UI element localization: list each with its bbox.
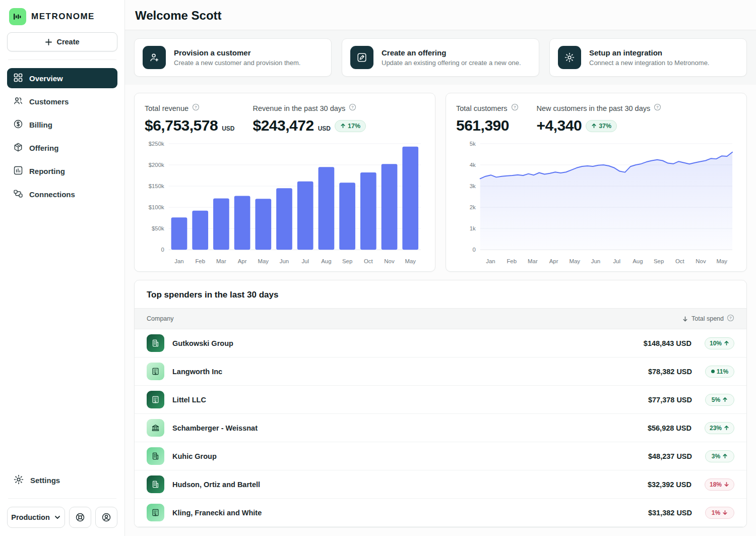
help-icon[interactable]: ? xyxy=(511,103,519,113)
bar-Oct[interactable] xyxy=(360,172,376,250)
help-icon[interactable]: ? xyxy=(349,103,356,113)
building-icon xyxy=(147,334,164,352)
help-icon[interactable]: ? xyxy=(727,314,734,323)
account-button[interactable] xyxy=(95,507,117,528)
metronome-logo-icon[interactable] xyxy=(9,8,26,25)
svg-text:Jul: Jul xyxy=(613,258,620,264)
svg-text:?: ? xyxy=(351,105,354,109)
period-revenue-metric: Revenue in the past 30 days ? $243,472 U… xyxy=(253,103,366,134)
svg-text:Aug: Aug xyxy=(633,258,643,264)
sidebar-item-settings[interactable]: Settings xyxy=(7,470,117,490)
total-customers-label: Total customers xyxy=(456,104,508,112)
help-button[interactable] xyxy=(69,507,91,528)
action-card-setup-an-integration[interactable]: Setup an integrationConnect a new integr… xyxy=(549,38,747,77)
bar-Aug[interactable] xyxy=(319,167,335,250)
arrow-down-icon xyxy=(724,482,729,487)
gear-icon xyxy=(13,474,24,487)
table-row[interactable]: Littel LLC$77,378 USD5% xyxy=(135,386,746,414)
total-spend-value: $31,382 USD xyxy=(648,509,692,517)
bar-Sep[interactable] xyxy=(339,183,355,250)
bar-Mar[interactable] xyxy=(213,198,229,250)
company-name: Kling, Franecki and White xyxy=(172,509,262,517)
app-window: METRONOME Create OverviewCustomersBillin… xyxy=(0,0,756,536)
pen-icon xyxy=(350,46,373,69)
svg-text:Oct: Oct xyxy=(364,258,373,264)
sidebar-item-offering[interactable]: Offering xyxy=(7,138,117,158)
sidebar-item-customers[interactable]: Customers xyxy=(7,91,117,111)
svg-text:Sep: Sep xyxy=(342,258,352,264)
top-spenders-title: Top spenders in the last 30 days xyxy=(135,280,746,308)
bar-Jul[interactable] xyxy=(297,182,313,250)
table-row[interactable]: Kling, Franecki and White$31,382 USD1% xyxy=(135,499,746,527)
total-spend-value: $56,928 USD xyxy=(648,424,691,432)
svg-text:Apr: Apr xyxy=(549,258,558,264)
user-circle-icon xyxy=(101,512,111,522)
bar-Nov[interactable] xyxy=(382,164,398,250)
environment-selector[interactable]: Production xyxy=(7,507,65,528)
column-total-spend[interactable]: Total spend ? xyxy=(682,314,734,323)
customers-line-chart[interactable]: 5k4k3k2k1k0JanFebMarAprMayJunJulAugSepOc… xyxy=(456,139,736,266)
sidebar-item-overview[interactable]: Overview xyxy=(7,68,117,88)
sidebar-item-billing[interactable]: Billing xyxy=(7,114,117,135)
svg-text:Jan: Jan xyxy=(174,258,183,264)
action-card-title: Setup an integration xyxy=(589,48,709,57)
action-card-description: Connect a new integration to Metronome. xyxy=(589,59,709,67)
table-row[interactable]: Hudson, Ortiz and Bartell$32,392 USD18% xyxy=(135,470,746,499)
spend-change-badge: 11% xyxy=(705,366,734,378)
new-customers-label: New customers in the past 30 days xyxy=(537,104,651,112)
bar-Feb[interactable] xyxy=(192,211,208,250)
action-card-provision-a-customer[interactable]: Provision a customerCreate a new custome… xyxy=(134,38,332,77)
package-icon xyxy=(13,142,23,154)
svg-text:0: 0 xyxy=(472,247,475,253)
table-row[interactable]: Langworth Inc$78,382 USD11% xyxy=(135,358,746,386)
period-revenue-value: $243,472 xyxy=(253,117,314,134)
help-icon[interactable]: ? xyxy=(654,103,661,113)
total-spend-value: $78,382 USD xyxy=(648,368,692,376)
period-revenue-unit: USD xyxy=(318,125,331,132)
help-icon[interactable]: ? xyxy=(192,103,200,113)
company-name: Hudson, Ortiz and Bartell xyxy=(172,481,260,489)
table-row[interactable]: Gutkowski Group$148,843 USD10% xyxy=(135,329,746,358)
company-name: Schamberger - Weissnat xyxy=(172,424,258,432)
svg-text:0: 0 xyxy=(161,247,164,253)
spend-change-badge: 23% xyxy=(705,422,734,434)
svg-text:$250k: $250k xyxy=(149,141,164,147)
revenue-bar-chart[interactable]: $250k$200k$150k$100k$50k0JanFebMarAprMay… xyxy=(145,139,425,266)
total-spend-value: $148,843 USD xyxy=(644,339,691,347)
svg-text:2k: 2k xyxy=(470,204,476,210)
total-spend-value: $32,392 USD xyxy=(648,481,691,489)
svg-text:May: May xyxy=(258,258,269,264)
create-button[interactable]: Create xyxy=(7,32,117,51)
svg-text:?: ? xyxy=(195,105,197,109)
action-card-create-an-offering[interactable]: Create an offeringUpdate an existing off… xyxy=(342,38,539,77)
apartment-icon xyxy=(147,391,164,408)
total-revenue-metric: Total revenue ? $6,753,578 USD xyxy=(145,103,235,134)
bar-May[interactable] xyxy=(402,147,418,250)
action-card-description: Update an existing offering or create a … xyxy=(382,59,521,67)
svg-text:Jan: Jan xyxy=(486,258,495,264)
table-row[interactable]: Kuhic Group$48,237 USD3% xyxy=(135,442,746,470)
spend-change-badge: 3% xyxy=(705,450,734,462)
bar-Apr[interactable] xyxy=(234,196,250,250)
page-title: Welcome Scott xyxy=(135,9,746,23)
bar-Jan[interactable] xyxy=(171,217,187,250)
sidebar-item-connections[interactable]: Connections xyxy=(7,184,117,204)
environment-label: Production xyxy=(11,513,50,521)
revenue-change-badge: 17% xyxy=(335,120,366,132)
svg-text:Feb: Feb xyxy=(507,258,517,264)
svg-text:?: ? xyxy=(729,316,732,320)
svg-text:$150k: $150k xyxy=(149,183,164,189)
brand-name: METRONOME xyxy=(31,12,95,22)
bar-Jun[interactable] xyxy=(276,188,292,250)
sidebar-item-reporting[interactable]: Reporting xyxy=(7,161,117,181)
building-icon xyxy=(147,447,164,465)
sidebar-divider xyxy=(8,59,116,60)
bar-May[interactable] xyxy=(255,199,271,250)
arrow-up-icon xyxy=(340,123,346,129)
table-row[interactable]: Schamberger - Weissnat$56,928 USD23% xyxy=(135,414,746,442)
top-spenders-card: Top spenders in the last 30 days Company… xyxy=(134,280,747,527)
customers-card: Total customers ? 561,390 New customers … xyxy=(446,93,747,272)
total-revenue-label: Total revenue xyxy=(145,104,188,112)
svg-text:$200k: $200k xyxy=(149,162,164,168)
workflow-icon xyxy=(13,189,23,200)
